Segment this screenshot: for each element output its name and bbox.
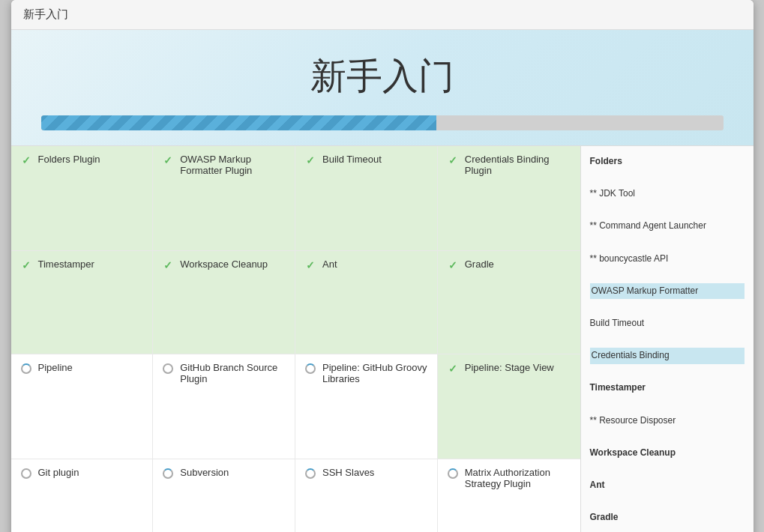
spinner-icon bbox=[21, 363, 31, 374]
plugin-name: Credentials Binding Plugin bbox=[465, 154, 571, 176]
plugin-name: Pipeline: GitHub Groovy Libraries bbox=[322, 362, 428, 384]
plugin-cell[interactable]: ✓Gradle bbox=[438, 251, 580, 355]
plugin-cell[interactable]: ✓Timestamper bbox=[11, 251, 154, 355]
sidebar-item: Workspace Cleanup bbox=[590, 445, 745, 462]
plugin-status-icon bbox=[304, 468, 316, 480]
plugin-status-icon: ✓ bbox=[447, 259, 459, 271]
sidebar-item: Build Timeout bbox=[590, 315, 745, 332]
main-content: ✓Folders Plugin✓OWASP Markup Formatter P… bbox=[11, 145, 754, 532]
title-bar: 新手入门 bbox=[11, 0, 754, 30]
plugin-name: Folders Plugin bbox=[38, 154, 100, 165]
spinner-icon bbox=[163, 468, 173, 479]
spinner-icon bbox=[305, 363, 316, 374]
plugin-cell[interactable]: GitHub Branch Source Plugin bbox=[153, 354, 295, 459]
spinner-icon bbox=[305, 468, 316, 479]
plugin-name: Matrix Authorization Strategy Plugin bbox=[465, 467, 571, 489]
plugin-cell[interactable]: ✓OWASP Markup Formatter Plugin bbox=[153, 146, 295, 251]
check-icon: ✓ bbox=[448, 363, 457, 375]
plugin-status-icon: ✓ bbox=[447, 154, 459, 166]
plugin-cell[interactable]: SSH Slaves bbox=[295, 459, 438, 532]
sidebar-item: Folders bbox=[590, 154, 745, 170]
check-icon: ✓ bbox=[448, 154, 457, 166]
plugin-status-icon bbox=[20, 363, 32, 375]
sidebar-item: Gradle bbox=[590, 510, 745, 526]
plugin-name: Ant bbox=[322, 259, 337, 270]
progress-container bbox=[41, 115, 724, 130]
check-icon: ✓ bbox=[22, 259, 31, 271]
hero-title: 新手入门 bbox=[41, 52, 724, 100]
progress-bar bbox=[41, 115, 437, 130]
plugin-status-icon bbox=[162, 468, 174, 480]
plugin-cell[interactable]: Git plugin bbox=[11, 459, 154, 532]
check-icon: ✓ bbox=[306, 259, 315, 271]
plugin-name: Timestamper bbox=[38, 259, 94, 270]
plugin-status-icon: ✓ bbox=[20, 154, 32, 166]
sidebar-item: ** Resource Disposer bbox=[590, 413, 745, 429]
plugin-name: Build Timeout bbox=[322, 154, 382, 165]
plugin-status-icon bbox=[162, 363, 174, 375]
plugin-cell[interactable]: ✓Credentials Binding Plugin bbox=[438, 146, 580, 251]
check-icon: ✓ bbox=[163, 259, 172, 271]
plugin-status-icon bbox=[304, 363, 316, 375]
plugin-status-icon: ✓ bbox=[447, 363, 459, 375]
plugin-status-icon: ✓ bbox=[304, 154, 316, 166]
plugin-cell[interactable]: ✓Pipeline: Stage View bbox=[438, 354, 580, 459]
plugin-status-icon: ✓ bbox=[162, 259, 174, 271]
plugin-status-icon: ✓ bbox=[304, 259, 316, 271]
plugin-cell[interactable]: Pipeline bbox=[11, 354, 154, 459]
plugin-name: Workspace Cleanup bbox=[180, 259, 268, 270]
spinner-icon bbox=[448, 468, 458, 479]
sidebar-item: Timestamper bbox=[590, 380, 745, 396]
plugin-status-icon: ✓ bbox=[20, 259, 32, 271]
plugin-name: Subversion bbox=[180, 467, 229, 478]
plugin-cell[interactable]: ✓Build Timeout bbox=[295, 146, 438, 251]
plugin-cell[interactable]: Matrix Authorization Strategy Plugin bbox=[438, 459, 580, 532]
circle-icon bbox=[163, 363, 173, 374]
plugin-name: GitHub Branch Source Plugin bbox=[180, 362, 286, 384]
plugin-name: Gradle bbox=[465, 259, 494, 270]
sidebar-item: Ant bbox=[590, 477, 745, 494]
plugin-cell[interactable]: Subversion bbox=[153, 459, 295, 532]
hero-section: 新手入门 bbox=[11, 30, 754, 145]
plugin-cell[interactable]: ✓Workspace Cleanup bbox=[153, 251, 295, 355]
check-icon: ✓ bbox=[306, 154, 315, 166]
sidebar-item: ** Command Agent Launcher bbox=[590, 218, 745, 235]
sidebar-item: ** JDK Tool bbox=[590, 186, 745, 202]
plugin-status-icon bbox=[20, 468, 32, 480]
plugin-name: OWASP Markup Formatter Plugin bbox=[180, 154, 286, 176]
check-icon: ✓ bbox=[448, 259, 457, 271]
plugin-status-icon bbox=[447, 468, 459, 480]
plugin-status-icon: ✓ bbox=[162, 154, 174, 166]
plugins-grid: ✓Folders Plugin✓OWASP Markup Formatter P… bbox=[11, 146, 581, 532]
title-bar-label: 新手入门 bbox=[23, 7, 68, 20]
sidebar-item: OWASP Markup Formatter bbox=[590, 283, 745, 300]
sidebar: Folders** JDK Tool** Command Agent Launc… bbox=[581, 146, 754, 532]
plugin-name: Pipeline: Stage View bbox=[465, 362, 554, 373]
circle-icon bbox=[21, 468, 31, 479]
check-icon: ✓ bbox=[163, 154, 172, 166]
plugin-name: Git plugin bbox=[38, 467, 79, 478]
check-icon: ✓ bbox=[22, 154, 31, 166]
plugin-cell[interactable]: ✓Ant bbox=[295, 251, 438, 355]
main-window: 新手入门 新手入门 ✓Folders Plugin✓OWASP Markup F… bbox=[11, 0, 754, 532]
sidebar-item: ** bouncycastle API bbox=[590, 251, 745, 267]
plugin-cell[interactable]: ✓Folders Plugin bbox=[11, 146, 154, 251]
plugin-name: SSH Slaves bbox=[322, 467, 374, 478]
sidebar-item: Credentials Binding bbox=[590, 348, 745, 364]
plugin-name: Pipeline bbox=[38, 362, 73, 373]
plugin-cell[interactable]: Pipeline: GitHub Groovy Libraries bbox=[295, 354, 438, 459]
